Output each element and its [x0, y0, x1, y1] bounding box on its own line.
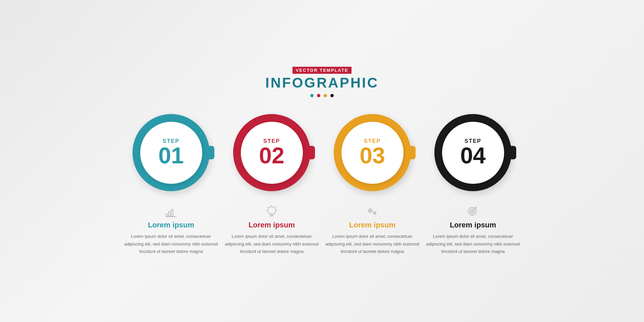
step-1-connector: [205, 146, 214, 159]
step-1-number: 01: [158, 144, 184, 167]
svg-line-18: [372, 212, 372, 213]
gears-icon: [366, 205, 379, 218]
step-1-body: Lorem ipsum dolor sit amet, consectetuer…: [124, 233, 218, 255]
step-2-connector: [306, 146, 315, 159]
svg-point-22: [374, 213, 375, 214]
svg-line-20: [369, 212, 369, 213]
step-4-connector: [507, 146, 516, 159]
step-1-inner: STEP 01: [140, 122, 202, 184]
step-2-wrapper: STEP 02 Lorem ipsum Lorem ipsum dolor si…: [221, 114, 322, 255]
color-dots: [265, 94, 379, 97]
step-2-number: 02: [259, 144, 284, 167]
svg-rect-1: [169, 211, 170, 216]
svg-line-10: [275, 207, 276, 207]
dot-4: [330, 94, 334, 97]
step-3-outer-ring: STEP 03: [334, 114, 411, 191]
step-4-inner: STEP 04: [442, 122, 504, 184]
dot-3: [324, 94, 327, 97]
step-4-info: Lorem ipsum Lorem ipsum dolor sit amet, …: [423, 205, 523, 255]
svg-line-19: [372, 209, 372, 210]
dot-1: [310, 94, 314, 97]
step-4-circle: STEP 04: [434, 114, 512, 191]
svg-line-17: [369, 209, 369, 210]
svg-rect-0: [166, 214, 168, 216]
step-2-outer-ring: STEP 02: [233, 114, 310, 191]
step-4-number: 04: [460, 144, 486, 167]
step-1-title: Lorem ipsum: [148, 221, 194, 229]
step-3-connector: [406, 146, 416, 159]
target-icon: [466, 205, 480, 218]
header: VECTOR TEMPLATE INFOGRAPHIC: [265, 67, 379, 97]
step-4-outer-ring: STEP 04: [434, 114, 512, 191]
svg-point-21: [373, 212, 376, 214]
svg-rect-2: [171, 209, 173, 216]
chart-icon: [164, 205, 178, 218]
svg-point-29: [471, 210, 473, 212]
dot-2: [317, 94, 320, 97]
step-3-wrapper: STEP 03: [322, 114, 423, 255]
step-1-info: Lorem ipsum Lorem ipsum dolor sit amet, …: [121, 205, 221, 255]
step-2-inner: STEP 02: [241, 122, 303, 184]
step-4-wrapper: STEP 04 Lorem ipsum Lorem ipsum dolor si…: [423, 114, 523, 255]
step-2-body: Lorem ipsum dolor sit amet, consectetuer…: [225, 233, 319, 255]
step-2-info: Lorem ipsum Lorem ipsum dolor sit amet, …: [221, 205, 322, 255]
step-3-circle: STEP 03: [334, 114, 411, 191]
step-3-inner: STEP 03: [341, 122, 404, 184]
bulb-icon: [265, 205, 278, 218]
step-3-body: Lorem ipsum dolor sit amet, consectetuer…: [325, 233, 419, 255]
step-1-outer-ring: STEP 01: [132, 114, 210, 191]
step-4-body: Lorem ipsum dolor sit amet, consectetuer…: [426, 233, 520, 255]
step-1-circle: STEP 01: [132, 114, 210, 191]
step-4-title: Lorem ipsum: [450, 221, 496, 229]
step-2-title: Lorem ipsum: [249, 221, 295, 229]
step-1-wrapper: STEP 01 Lorem ipsum Lorem ipsum dolor si…: [121, 114, 221, 255]
step-3-number: 03: [360, 144, 385, 167]
svg-point-12: [370, 210, 371, 211]
step-3-title: Lorem ipsum: [349, 221, 395, 229]
main-title: INFOGRAPHIC: [265, 75, 379, 91]
step-3-info: Lorem ipsum Lorem ipsum dolor sit amet, …: [322, 205, 423, 255]
steps-container: STEP 01 Lorem ipsum Lorem ipsum dolor si…: [121, 114, 523, 255]
svg-line-9: [267, 207, 268, 207]
step-2-circle: STEP 02: [233, 114, 310, 191]
badge-label: VECTOR TEMPLATE: [292, 67, 352, 74]
